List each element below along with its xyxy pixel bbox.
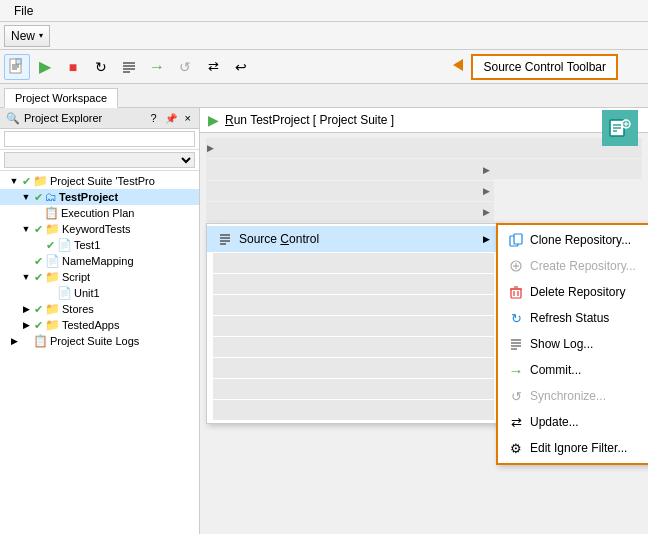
update-item[interactable]: ⇄ Update... [498,409,648,435]
row-below-7 [213,379,494,399]
nm-check-icon: ✔ [34,255,43,268]
row-below-4 [213,316,494,336]
expand-spacer [32,287,44,299]
pin-icon[interactable]: 📌 [163,112,179,125]
tree-label: NameMapping [62,255,134,267]
delete-icon [508,284,524,300]
tree-item-testproject[interactable]: ▼ ✔ 🗂 TestProject [0,189,199,205]
expand-icon[interactable]: ▶ [20,303,32,315]
tree-label: KeywordTests [62,223,130,235]
tree-label: Project Suite 'TestPro [50,175,155,187]
tree-item-tested-apps[interactable]: ▶ ✔ 📁 TestedApps [0,317,199,333]
stores-icon: 📁 [45,302,60,316]
project-tree: ▼ ✔ 📁 Project Suite 'TestPro ▼ ✔ 🗂 TestP… [0,171,199,534]
tree-item-stores[interactable]: ▶ ✔ 📁 Stores [0,301,199,317]
clone-label: Clone Repository... [530,233,631,247]
tree-item-script[interactable]: ▼ ✔ 📁 Script [0,269,199,285]
expand-icon[interactable]: ▼ [8,175,20,187]
tree-label: Project Suite Logs [50,335,139,347]
context-menu: Source Control ▶ [206,223,501,424]
expand-spacer [32,239,44,251]
edit-ignore-filter-item[interactable]: ⚙ Edit Ignore Filter... [498,435,648,461]
expand-icon[interactable]: ▶ [8,335,20,347]
svg-rect-1 [16,59,21,64]
suite-icon: 📁 [33,174,48,188]
t1-icon: 📄 [57,238,72,252]
tree-label: Test1 [74,239,100,251]
expand-icon[interactable]: ▶ [20,319,32,331]
tree-item-suite-logs[interactable]: ▶ ✔ 📋 Project Suite Logs [0,333,199,349]
u1-icon: 📄 [57,286,72,300]
tree-item-keyword-tests[interactable]: ▼ ✔ 📁 KeywordTests [0,221,199,237]
row-arrow-icon: ▶ [206,143,216,153]
commit-item[interactable]: → Commit... [498,357,648,383]
tree-label: TestedApps [62,319,119,331]
refresh-status-item[interactable]: ↻ Refresh Status [498,305,648,331]
st-check-icon: ✔ [34,303,43,316]
refresh-label: Refresh Status [530,311,609,325]
right-panel: ▶ Run TestProject [ Project Suite ] ▶ ▶ … [200,108,648,534]
source-control-submenu: Clone Repository... Create Repository... [496,223,648,465]
new-label: New [11,29,35,43]
search-icon: 🔍 [6,112,20,125]
clone-icon [508,232,524,248]
tree-label: Stores [62,303,94,315]
tree-item-unit1[interactable]: ✔ 📄 Unit1 [0,285,199,301]
toolbar-label: Source Control Toolbar [471,54,618,80]
suite-check-icon: ✔ [22,175,31,188]
close-icon[interactable]: × [183,111,193,125]
expand-spacer [32,207,44,219]
file-menu[interactable]: File [6,2,41,20]
clone-repository-item[interactable]: Clone Repository... [498,227,648,253]
expand-icon[interactable]: ▼ [20,191,32,203]
context-menu-container: ▶ ▶ ▶ [206,160,494,223]
tree-label: Execution Plan [61,207,134,219]
dropdown-arrow-icon: ▾ [39,31,43,40]
context-row-1: ▶ [206,138,642,158]
new-button[interactable]: New ▾ [4,25,50,47]
expand-icon[interactable]: ▼ [20,223,32,235]
source-control-icon [217,231,233,247]
help-icon[interactable]: ? [148,111,158,125]
log-icon [508,336,524,352]
tree-item-namemapping[interactable]: ✔ 📄 NameMapping [0,253,199,269]
row-below-3 [213,295,494,315]
show-log-item[interactable]: Show Log... [498,331,648,357]
sc-log-btn[interactable] [116,54,142,80]
create-repository-item: Create Repository... [498,253,648,279]
tree-item-execution-plan[interactable]: 📋 Execution Plan [0,205,199,221]
explorer-filter-dropdown[interactable] [4,152,195,168]
sc-undo-btn[interactable]: ↩ [228,54,254,80]
u1-spacer: ✔ [46,287,55,300]
source-control-menu-item[interactable]: Source Control ▶ [207,226,500,252]
sc-run-btn[interactable]: ▶ [32,54,58,80]
commit-icon: → [149,58,165,76]
sc-stop-btn[interactable]: ■ [60,54,86,80]
create-label: Create Repository... [530,259,636,273]
tree-item-project-suite[interactable]: ▼ ✔ 📁 Project Suite 'TestPro [0,173,199,189]
expand-icon[interactable]: ▼ [20,271,32,283]
sc-commit-btn[interactable]: → [144,54,170,80]
explorer-search[interactable] [4,131,195,147]
main-content: 🔍 Project Explorer ? 📌 × ▼ ✔ � [0,108,648,534]
sc-refresh-btn[interactable]: ↻ [88,54,114,80]
delete-repository-item[interactable]: Delete Repository [498,279,648,305]
row-below-5 [213,337,494,357]
filter-label: Edit Ignore Filter... [530,441,627,455]
sc-sync-btn[interactable]: ↺ [172,54,198,80]
sc-new-btn[interactable] [4,54,30,80]
sc-update-btn[interactable]: ⇄ [200,54,226,80]
tree-item-test1[interactable]: ✔ 📄 Test1 [0,237,199,253]
row-below-1 [213,253,494,273]
tree-label: Script [62,271,90,283]
run-bar: ▶ Run TestProject [ Project Suite ] [200,108,648,133]
update-icon: ⇄ [508,414,524,430]
explorer-header: 🔍 Project Explorer ? 📌 × [0,108,199,129]
row-3: ▶ [206,160,494,180]
toolbar-arrow [453,59,463,71]
project-workspace-tab[interactable]: Project Workspace [4,88,118,108]
refresh-icon: ↻ [95,59,107,75]
new-file-icon [8,58,26,76]
row-5: ▶ [206,202,494,222]
log-icon [120,58,138,76]
